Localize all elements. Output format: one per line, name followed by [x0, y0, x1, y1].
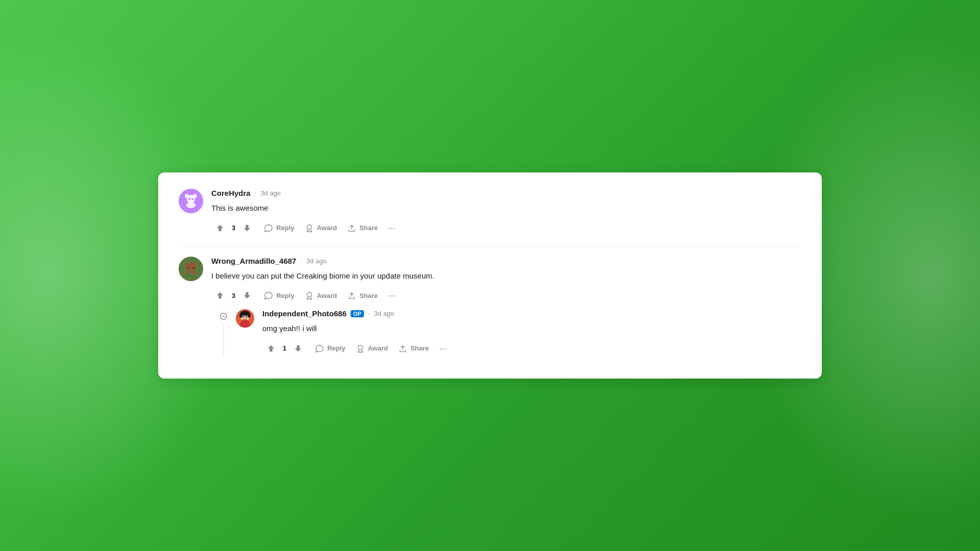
svg-point-24	[246, 316, 248, 318]
downvote-icon-2	[242, 291, 252, 300]
svg-point-3	[193, 194, 197, 198]
svg-rect-16	[185, 275, 197, 277]
nested-content: Independent_Photo686 OP · 3d ago omg yea…	[236, 309, 801, 356]
award-icon-2	[305, 291, 314, 300]
share-button-reply-1[interactable]: Share	[394, 341, 433, 356]
comment-1: CoreHydra · 3d ago This is awesome 3	[179, 189, 801, 236]
svg-point-5	[188, 198, 190, 200]
award-icon-1	[305, 223, 314, 233]
vote-count-reply-1: 1	[282, 344, 287, 352]
username-photo686: Independent_Photo686	[262, 309, 347, 318]
avatar-corehydra	[179, 189, 203, 213]
comment-1-body: CoreHydra · 3d ago This is awesome 3	[211, 189, 801, 236]
vote-count-1: 3	[231, 224, 236, 232]
reply-button-1[interactable]: Reply	[260, 220, 298, 236]
reply-1-text: omg yeah!! i will	[262, 323, 801, 335]
award-button-1[interactable]: Award	[301, 220, 341, 236]
svg-rect-14	[187, 267, 189, 269]
svg-point-23	[243, 316, 244, 318]
upvote-button-2[interactable]	[211, 288, 229, 303]
action-bar-reply-1: 1 Reply	[262, 341, 801, 356]
avatar-armadillo	[179, 257, 203, 281]
upvote-icon-reply-1	[266, 344, 276, 353]
action-bar-comment-2: 3 Reply Award Share ···	[211, 288, 801, 303]
reply-button-reply-1[interactable]: Reply	[311, 341, 349, 356]
collapse-icon	[220, 313, 227, 320]
comment-1-header: CoreHydra · 3d ago	[211, 189, 801, 197]
comment-1-text: This is awesome	[211, 203, 801, 214]
award-button-2[interactable]: Award	[301, 288, 341, 303]
vote-group-2: 3	[211, 288, 256, 303]
svg-rect-10	[187, 264, 190, 267]
action-bar-comment-1: 3 Reply Award Share ···	[211, 220, 801, 236]
comment-2-text: I believe you can put the Creaking biome…	[211, 270, 801, 282]
timestamp-comment-2: 3d ago	[306, 257, 327, 265]
vote-group-1: 3	[211, 220, 256, 236]
reply-1: Independent_Photo686 OP · 3d ago omg yea…	[236, 309, 801, 356]
downvote-button-2[interactable]	[238, 288, 256, 303]
comment-2: Wrong_Armadillo_4687 · 3d ago I believe …	[179, 257, 801, 356]
svg-rect-11	[191, 264, 195, 267]
comment-divider	[179, 246, 801, 246]
username-corehydra: CoreHydra	[211, 189, 251, 197]
upvote-icon-2	[215, 291, 225, 300]
op-badge: OP	[351, 310, 364, 317]
vote-count-2: 3	[231, 292, 236, 299]
svg-point-28	[358, 345, 362, 349]
more-button-reply-1[interactable]: ···	[435, 341, 451, 356]
downvote-button-1[interactable]	[238, 220, 256, 236]
reply-1-body: Independent_Photo686 OP · 3d ago omg yea…	[262, 309, 801, 356]
reply-icon-2	[264, 291, 273, 300]
downvote-button-reply-1[interactable]	[289, 341, 307, 356]
more-button-1[interactable]: ···	[384, 220, 400, 236]
svg-rect-12	[186, 271, 190, 275]
reply-icon-1	[264, 223, 273, 233]
share-button-2[interactable]: Share	[343, 288, 382, 303]
svg-point-6	[191, 198, 193, 200]
reply-button-2[interactable]: Reply	[260, 288, 298, 303]
timestamp-comment-1: 3d ago	[260, 189, 281, 197]
upvote-icon-1	[215, 223, 225, 233]
svg-point-4	[186, 202, 195, 208]
vote-group-reply-1: 1	[262, 341, 307, 356]
avatar-photo686	[236, 309, 254, 328]
downvote-icon-reply-1	[293, 344, 303, 353]
comment-2-body: Wrong_Armadillo_4687 · 3d ago I believe …	[211, 257, 801, 356]
svg-point-7	[307, 224, 311, 229]
share-icon-reply-1	[398, 344, 407, 353]
upvote-button-reply-1[interactable]	[262, 341, 280, 356]
svg-rect-19	[222, 316, 225, 317]
comment-2-header: Wrong_Armadillo_4687 · 3d ago	[211, 257, 801, 265]
thread-line-area	[211, 309, 236, 356]
reply-icon-reply-1	[315, 344, 324, 353]
svg-rect-15	[192, 267, 195, 269]
comments-card: CoreHydra · 3d ago This is awesome 3	[158, 172, 822, 379]
svg-point-26	[239, 313, 242, 318]
downvote-icon-1	[242, 223, 252, 233]
username-armadillo: Wrong_Armadillo_4687	[211, 257, 296, 265]
upvote-button-1[interactable]	[211, 220, 229, 236]
share-icon-2	[347, 291, 356, 300]
thread-line	[223, 324, 224, 356]
collapse-thread-button[interactable]	[217, 310, 230, 322]
reply-1-header: Independent_Photo686 OP · 3d ago	[262, 309, 801, 318]
svg-point-17	[307, 292, 311, 297]
share-icon-1	[347, 223, 356, 233]
svg-rect-13	[192, 271, 196, 275]
more-button-2[interactable]: ···	[384, 288, 400, 303]
share-button-1[interactable]: Share	[343, 220, 382, 236]
award-icon-reply-1	[356, 344, 365, 353]
timestamp-reply-1: 3d ago	[374, 310, 395, 317]
replies-section-2: Independent_Photo686 OP · 3d ago omg yea…	[211, 309, 801, 356]
award-button-reply-1[interactable]: Award	[352, 341, 393, 356]
svg-point-27	[248, 313, 251, 318]
svg-point-2	[185, 194, 189, 198]
